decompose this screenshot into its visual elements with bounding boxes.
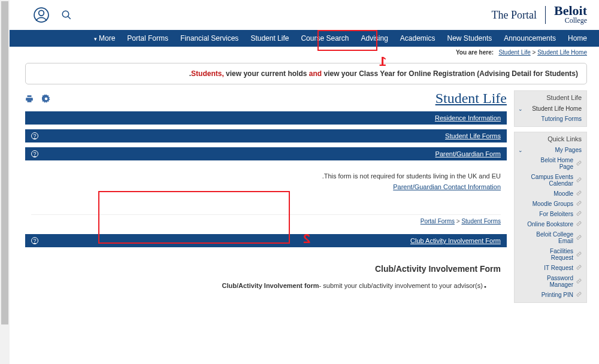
svg-point-3 <box>39 10 44 16</box>
link-icon <box>576 211 582 217</box>
nav-student-life[interactable]: Student Life <box>250 34 289 43</box>
sidebar-item-facilities-request[interactable]: Facilities Request <box>515 246 586 263</box>
sidebar-item-label: Online Bookstore <box>527 221 573 228</box>
bc-student-forms[interactable]: Student Forms <box>461 218 501 225</box>
help-icon[interactable]: ? <box>31 132 38 139</box>
panel-title: Student Life Forms <box>445 132 501 139</box>
svg-point-0 <box>62 11 69 17</box>
sidebar-item-label: For Beloiters <box>539 211 573 217</box>
nav-home[interactable]: Home <box>568 34 587 43</box>
sidebar-item-label: My Pages <box>555 147 582 153</box>
annotation-label-1: 1 <box>379 54 386 69</box>
link-icon <box>576 292 582 298</box>
sidebar: Student Life Student Life Home ⌄ Tutorin… <box>514 90 587 308</box>
nav-new-students[interactable]: New Students <box>447 34 492 43</box>
club-bullet-bold: Club/Activity Involvement form <box>222 282 319 289</box>
alert-text-1: view your current holds <box>224 69 309 78</box>
sidebar-item-label: Printing PIN <box>541 292 573 298</box>
help-icon[interactable]: ? <box>31 150 38 157</box>
alert-and: and <box>309 69 322 78</box>
sidebar-block-student-life: Student Life Student Life Home ⌄ Tutorin… <box>514 90 587 127</box>
sidebar-item-my-pages[interactable]: My Pages ⌄ <box>515 145 586 155</box>
vertical-scrollbar[interactable] <box>0 0 10 364</box>
sidebar-item-label: Moodle Groups <box>533 201 573 207</box>
header: Beloit College The Portal <box>10 0 599 30</box>
gear-icon[interactable] <box>42 95 50 103</box>
breadcrumb-sep: > <box>533 49 536 56</box>
panel-residence-info[interactable]: Residence Information <box>25 111 507 125</box>
panel-parent-guardian-body: This form is not required for students l… <box>25 160 507 230</box>
nav-more[interactable]: More <box>94 34 115 43</box>
chevron-down-icon: ⌄ <box>518 106 523 112</box>
sidebar-item-moodle[interactable]: Moodle <box>515 189 586 199</box>
nav-portal-forms[interactable]: Portal Forms <box>127 34 168 43</box>
sidebar-item-beloit-home-page[interactable]: Beloit Home Page <box>515 155 586 172</box>
nav-academics[interactable]: Academics <box>400 34 435 43</box>
link-icon <box>576 278 582 285</box>
page-title[interactable]: Student Life <box>435 90 507 107</box>
link-icon <box>576 251 582 258</box>
link-icon <box>576 160 582 167</box>
sidebar-item-tutoring-forms[interactable]: Tutoring Forms <box>515 114 586 124</box>
panel-title: Parent/Guardian Form <box>435 150 501 157</box>
sidebar-item-label: IT Request <box>544 265 573 271</box>
svg-line-1 <box>68 16 71 19</box>
main-nav: Home Announcements New Students Academic… <box>10 30 599 47</box>
logo-portal: The Portal <box>492 9 537 22</box>
breadcrumb-student-life-home[interactable]: Student Life Home <box>537 49 587 56</box>
scrollbar-thumb[interactable] <box>1 1 8 324</box>
nav-announcements[interactable]: Announcements <box>504 34 556 43</box>
panel-club-activity[interactable]: Club Activity Involvement Form ? <box>25 234 507 247</box>
user-profile-icon[interactable] <box>34 7 49 23</box>
link-icon <box>576 221 582 228</box>
link-icon <box>576 201 582 207</box>
print-icon[interactable] <box>25 95 34 103</box>
breadcrumb-label: You are here: <box>456 49 494 56</box>
parent-contact-link[interactable]: Parent/Guardian Contact Information <box>393 183 501 190</box>
sidebar-item-password-manager[interactable]: Password Manager <box>515 273 586 290</box>
link-icon <box>576 235 582 241</box>
sidebar-item-printing-pin[interactable]: Printing PIN <box>515 290 586 300</box>
logo-main: Beloit <box>554 5 587 17</box>
help-icon[interactable]: ? <box>31 237 38 244</box>
nav-advising[interactable]: Advising <box>361 34 388 43</box>
alert-banner: Students, view your current holds and vi… <box>25 63 587 84</box>
sidebar-head-student-life: Student Life <box>515 91 586 104</box>
panel-title: Club Activity Involvement Form <box>410 237 501 244</box>
panel-title: Residence Information <box>435 114 501 122</box>
chevron-down-icon: ⌄ <box>518 147 523 153</box>
parent-form-note: This form is not required for students l… <box>31 172 501 180</box>
club-heading: Club/Activity Involvement Form <box>31 264 501 274</box>
panel-parent-guardian[interactable]: Parent/Guardian Form ? <box>25 147 507 160</box>
sidebar-head-quick-links: Quick Links <box>515 132 586 145</box>
sidebar-item-label: Beloit College Email <box>527 231 573 244</box>
breadcrumb-student-life[interactable]: Student Life <box>498 49 530 56</box>
annotation-label-2: 2 <box>303 231 310 247</box>
link-icon <box>576 177 582 184</box>
sidebar-item-label: Campus Events Calendar <box>527 174 573 187</box>
sidebar-item-it-request[interactable]: IT Request <box>515 263 586 273</box>
club-bullet-text: - submit your club/activity involvement … <box>319 282 483 289</box>
sidebar-item-moodle-groups[interactable]: Moodle Groups <box>515 199 586 209</box>
bc-portal-forms[interactable]: Portal Forms <box>420 218 455 225</box>
panel-student-life-forms[interactable]: Student Life Forms ? <box>25 129 507 142</box>
link-icon <box>576 265 582 271</box>
sidebar-item-label: Facilities Request <box>527 248 573 261</box>
search-icon[interactable] <box>61 10 72 20</box>
sidebar-item-label: Moodle <box>553 190 573 197</box>
sidebar-item-online-bookstore[interactable]: Online Bookstore <box>515 219 586 229</box>
breadcrumb: You are here: Student Life > Student Lif… <box>10 47 599 58</box>
club-bullet: Club/Activity Involvement form- submit y… <box>31 282 501 289</box>
sidebar-item-student-life-home[interactable]: Student Life Home ⌄ <box>515 104 586 114</box>
sidebar-item-for-beloiters[interactable]: For Beloiters <box>515 209 586 219</box>
sidebar-block-quick-links: Quick Links My Pages ⌄ Beloit Home PageC… <box>514 132 587 303</box>
alert-lead: Students, <box>191 69 224 78</box>
panel-breadcrumb: Portal Forms > Student Forms <box>31 214 501 225</box>
sidebar-item-beloit-college-email[interactable]: Beloit College Email <box>515 229 586 246</box>
main-content: Student Life Residence Information Stude… <box>25 90 507 308</box>
sidebar-item-campus-events-calendar[interactable]: Campus Events Calendar <box>515 172 586 189</box>
logo-divider <box>545 6 546 24</box>
nav-financial-services[interactable]: Financial Services <box>180 34 238 43</box>
nav-course-search[interactable]: Course Search <box>301 34 349 43</box>
logo[interactable]: Beloit College The Portal <box>492 5 587 26</box>
